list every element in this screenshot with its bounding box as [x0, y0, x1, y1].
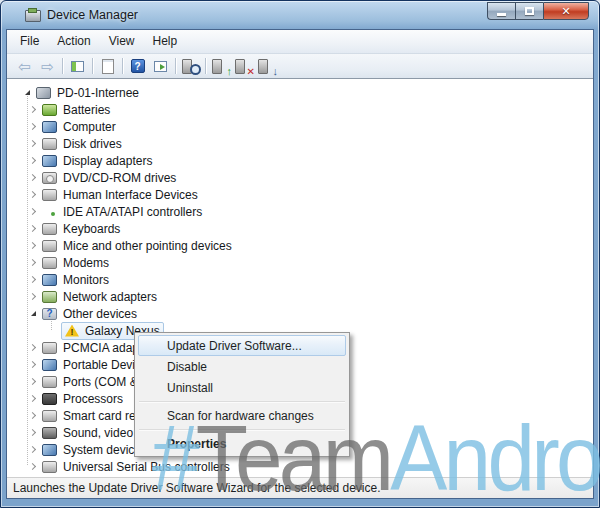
collapsed-triangle-glyph — [29, 344, 36, 351]
tree-item-modems[interactable]: Modems — [7, 254, 593, 271]
action-pane-icon[interactable] — [149, 56, 172, 77]
expanded-triangle-glyph — [25, 90, 30, 95]
tree-item-label: PD-01-Internee — [57, 86, 139, 100]
tree-item-label: Keyboards — [63, 222, 120, 236]
context-menu-item-disable[interactable]: Disable — [138, 356, 346, 377]
collapsed-triangle-glyph — [29, 140, 36, 147]
expand-arrow-icon[interactable] — [27, 239, 40, 252]
expand-arrow-icon[interactable] — [27, 171, 40, 184]
warning-device-icon — [65, 325, 79, 337]
tree-item-network-adapters[interactable]: Network adapters — [7, 288, 593, 305]
context-menu-item-properties[interactable]: Properties — [138, 433, 346, 454]
context-menu: Update Driver Software...DisableUninstal… — [134, 332, 350, 457]
tree-item-batteries[interactable]: Batteries — [7, 101, 593, 118]
expand-arrow-icon[interactable] — [27, 103, 40, 116]
hid-device-icon — [42, 189, 57, 201]
toolbar-separator — [92, 58, 93, 74]
back-icon[interactable]: ⇦ — [13, 56, 36, 77]
expand-arrow-icon[interactable] — [27, 426, 40, 439]
menu-help[interactable]: Help — [144, 30, 187, 53]
console-tree-glyph — [71, 61, 84, 72]
keyboard-device-icon — [42, 223, 57, 235]
expand-arrow-icon[interactable] — [27, 188, 40, 201]
expand-arrow-icon[interactable] — [27, 290, 40, 303]
tree-item-computer[interactable]: Computer — [7, 118, 593, 135]
speaker-device-icon — [42, 427, 57, 439]
back-arrow-glyph: ⇦ — [18, 59, 31, 74]
expand-arrow-icon[interactable] — [27, 256, 40, 269]
menu-view[interactable]: View — [100, 30, 144, 53]
minimize-button[interactable] — [487, 2, 515, 20]
expand-arrow-icon[interactable] — [27, 120, 40, 133]
action-pane-glyph — [154, 61, 167, 72]
expand-arrow-icon[interactable] — [27, 443, 40, 456]
forward-arrow-glyph: ⇨ — [41, 59, 54, 74]
tree-item-display-adapters[interactable]: Display adapters — [7, 152, 593, 169]
close-button[interactable]: ✕ — [543, 2, 589, 20]
expand-arrow-icon[interactable] — [27, 341, 40, 354]
cpu-device-icon — [42, 393, 57, 405]
menu-action[interactable]: Action — [48, 30, 99, 53]
smartcard-device-icon — [42, 410, 57, 422]
expand-arrow-icon[interactable] — [27, 375, 40, 388]
expand-arrow-icon[interactable] — [27, 222, 40, 235]
tree-item-label: Disk drives — [63, 137, 122, 151]
scan-hardware-changes-icon[interactable]: ↓ — [255, 56, 278, 77]
tree-item-label: IDE ATA/ATAPI controllers — [63, 205, 202, 219]
forward-icon[interactable]: ⇨ — [36, 56, 59, 77]
tree-item-dvd-cd-rom-drives[interactable]: DVD/CD-ROM drives — [7, 169, 593, 186]
context-menu-item-uninstall[interactable]: Uninstall — [138, 377, 346, 398]
collapse-arrow-icon[interactable] — [21, 86, 34, 99]
maximize-button[interactable] — [515, 2, 543, 20]
device-manager-window: Device Manager ✕ FileActionViewHelp ⇦⇨?↑… — [0, 0, 600, 508]
tree-item-ide-ata-atapi-controllers[interactable]: IDE ATA/ATAPI controllers — [7, 203, 593, 220]
show-console-tree-icon[interactable] — [66, 56, 89, 77]
tree-item-monitors[interactable]: Monitors — [7, 271, 593, 288]
context-menu-separator — [139, 429, 345, 430]
tree-item-label: Computer — [63, 120, 116, 134]
context-menu-item-update-driver-software[interactable]: Update Driver Software... — [138, 335, 346, 356]
collapsed-triangle-glyph — [29, 463, 36, 470]
scan-computer-icon[interactable] — [179, 56, 202, 77]
expand-arrow-icon[interactable] — [27, 358, 40, 371]
expand-arrow-icon[interactable] — [27, 273, 40, 286]
menu-file[interactable]: File — [11, 30, 48, 53]
update-driver-icon[interactable]: ↑ — [209, 56, 232, 77]
tree-item-pd-01-internee[interactable]: PD-01-Internee — [7, 84, 593, 101]
collapsed-triangle-glyph — [29, 242, 36, 249]
ide-device-icon — [42, 206, 57, 218]
collapsed-triangle-glyph — [29, 174, 36, 181]
expand-arrow-icon[interactable] — [27, 460, 40, 473]
expanded-triangle-glyph — [31, 311, 36, 316]
expand-arrow-icon[interactable] — [27, 409, 40, 422]
properties-icon[interactable] — [96, 56, 119, 77]
tree-item-disk-drives[interactable]: Disk drives — [7, 135, 593, 152]
maximize-icon — [525, 7, 534, 15]
tree-item-label: Batteries — [63, 103, 110, 117]
tree-item-mice-and-other-pointing-devices[interactable]: Mice and other pointing devices — [7, 237, 593, 254]
collapsed-triangle-glyph — [29, 378, 36, 385]
collapse-arrow-icon[interactable] — [27, 307, 40, 320]
expand-arrow-icon[interactable] — [27, 137, 40, 150]
system-device-icon — [42, 444, 57, 456]
status-bar: Launches the Update Driver Software Wiza… — [7, 477, 593, 498]
tree-item-human-interface-devices[interactable]: Human Interface Devices — [7, 186, 593, 203]
tree-item-universal-serial-bus-controllers[interactable]: Universal Serial Bus controllers — [7, 458, 593, 475]
title-bar[interactable]: Device Manager ✕ — [1, 1, 599, 29]
pcmcia-device-icon — [42, 342, 57, 354]
computer-device-icon — [42, 121, 57, 133]
window-title: Device Manager — [47, 8, 138, 22]
status-text: Launches the Update Driver Software Wiza… — [13, 481, 381, 495]
help-icon[interactable]: ? — [126, 56, 149, 77]
tree-item-keyboards[interactable]: Keyboards — [7, 220, 593, 237]
toolbar-separator — [205, 58, 206, 74]
uninstall-device-icon[interactable]: ✕ — [232, 56, 255, 77]
context-menu-item-scan-for-hardware-changes[interactable]: Scan for hardware changes — [138, 405, 346, 426]
tree-item-other-devices[interactable]: Other devices — [7, 305, 593, 322]
expand-arrow-icon[interactable] — [27, 205, 40, 218]
expand-arrow-icon[interactable] — [27, 154, 40, 167]
port-device-icon — [42, 376, 57, 388]
expand-arrow-icon[interactable] — [27, 392, 40, 405]
tree-item-label: Display adapters — [63, 154, 152, 168]
collapsed-triangle-glyph — [29, 106, 36, 113]
